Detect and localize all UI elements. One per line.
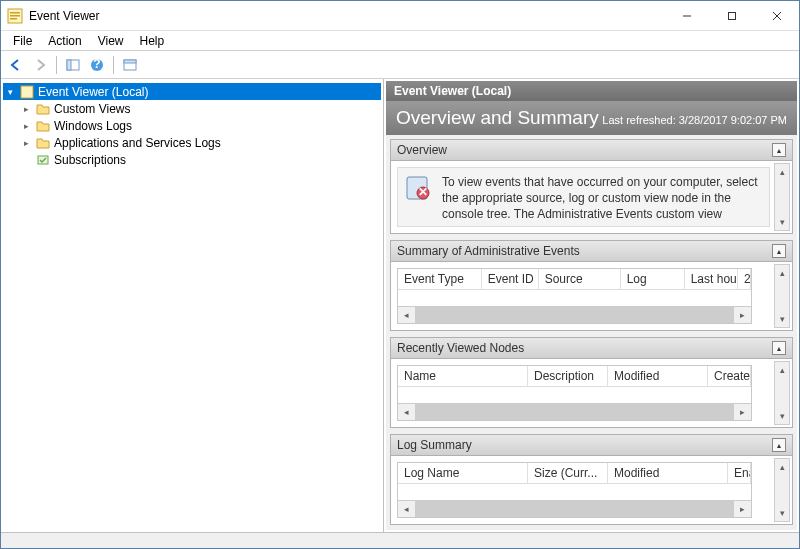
scroll-up-icon[interactable]: ▴	[775, 265, 789, 281]
table-row[interactable]	[398, 387, 751, 403]
horizontal-scrollbar[interactable]: ◂▸	[398, 500, 751, 517]
details-pane: Event Viewer (Local) Overview and Summar…	[384, 79, 799, 532]
folder-filter-icon	[35, 101, 51, 117]
collapse-icon[interactable]: ▴	[772, 341, 786, 355]
section-logsummary: Log Summary ▴ Log Name Size (Curr... Mod…	[390, 434, 793, 525]
horizontal-scrollbar[interactable]: ◂▸	[398, 306, 751, 323]
scroll-down-icon[interactable]: ▾	[775, 214, 789, 230]
tree-item-label: Custom Views	[54, 102, 130, 116]
content-area[interactable]: Overview ▴ ✕ To view events that have oc…	[386, 135, 797, 530]
maximize-button[interactable]	[709, 1, 754, 30]
forward-button[interactable]	[29, 54, 51, 76]
toolbar: ?	[1, 51, 799, 79]
tree-item-subscriptions[interactable]: Subscriptions	[3, 151, 381, 168]
vertical-scrollbar[interactable]: ▴▾	[774, 163, 790, 231]
scroll-up-icon[interactable]: ▴	[775, 164, 789, 180]
col-source[interactable]: Source	[539, 269, 621, 289]
tree-item-windows-logs[interactable]: ▸ Windows Logs	[3, 117, 381, 134]
overview-text: To view events that have occurred on you…	[442, 174, 763, 220]
menu-file[interactable]: File	[5, 32, 40, 50]
horizontal-scrollbar[interactable]: ◂▸	[398, 403, 751, 420]
collapse-icon[interactable]: ▴	[772, 244, 786, 258]
col-size[interactable]: Size (Curr...	[528, 463, 608, 483]
svg-rect-14	[21, 86, 33, 98]
recent-table[interactable]: Name Description Modified Created ◂▸	[397, 365, 752, 421]
table-row[interactable]	[398, 484, 751, 500]
menu-help[interactable]: Help	[132, 32, 173, 50]
toolbar-separator	[113, 56, 114, 74]
section-header-logsummary[interactable]: Log Summary ▴	[391, 435, 792, 456]
overview-header: Overview and Summary Last refreshed: 3/2…	[386, 101, 797, 135]
table-header: Event Type Event ID Source Log Last hour…	[398, 269, 751, 290]
properties-button[interactable]	[119, 54, 141, 76]
svg-text:✕: ✕	[418, 185, 428, 199]
col-created[interactable]: Created	[708, 366, 751, 386]
menu-view[interactable]: View	[90, 32, 132, 50]
collapse-icon[interactable]: ▾	[5, 86, 16, 97]
table-row[interactable]	[398, 290, 751, 306]
expand-icon[interactable]: ▸	[21, 137, 32, 148]
window-title: Event Viewer	[29, 9, 664, 23]
tree-item-label: Subscriptions	[54, 153, 126, 167]
tree-item-app-services-logs[interactable]: ▸ Applications and Services Logs	[3, 134, 381, 151]
minimize-button[interactable]	[664, 1, 709, 30]
scroll-right-icon[interactable]: ▸	[734, 404, 751, 420]
tree-root-label: Event Viewer (Local)	[38, 85, 149, 99]
col-name[interactable]: Name	[398, 366, 528, 386]
scroll-left-icon[interactable]: ◂	[398, 307, 415, 323]
back-button[interactable]	[5, 54, 27, 76]
menu-bar: File Action View Help	[1, 31, 799, 51]
col-more[interactable]: 2	[738, 269, 751, 289]
svg-text:?: ?	[93, 58, 100, 71]
svg-rect-9	[67, 60, 71, 70]
tree-root[interactable]: ▾ Event Viewer (Local)	[3, 83, 381, 100]
vertical-scrollbar[interactable]: ▴▾	[774, 361, 790, 425]
scroll-right-icon[interactable]: ▸	[734, 307, 751, 323]
section-header-overview[interactable]: Overview ▴	[391, 140, 792, 161]
vertical-scrollbar[interactable]: ▴▾	[774, 264, 790, 328]
expand-icon[interactable]: ▸	[21, 120, 32, 131]
section-overview: Overview ▴ ✕ To view events that have oc…	[390, 139, 793, 234]
scroll-left-icon[interactable]: ◂	[398, 404, 415, 420]
col-last-hour[interactable]: Last hour	[685, 269, 738, 289]
menu-action[interactable]: Action	[40, 32, 89, 50]
table-header: Log Name Size (Curr... Modified Enabled	[398, 463, 751, 484]
scroll-down-icon[interactable]: ▾	[775, 505, 789, 521]
scroll-up-icon[interactable]: ▴	[775, 459, 789, 475]
section-summary: Summary of Administrative Events ▴ Event…	[390, 240, 793, 331]
col-log[interactable]: Log	[621, 269, 685, 289]
col-modified[interactable]: Modified	[608, 366, 708, 386]
col-event-type[interactable]: Event Type	[398, 269, 482, 289]
folder-icon	[35, 135, 51, 151]
logsummary-table[interactable]: Log Name Size (Curr... Modified Enabled …	[397, 462, 752, 518]
scroll-up-icon[interactable]: ▴	[775, 362, 789, 378]
collapse-icon[interactable]: ▴	[772, 438, 786, 452]
status-bar	[1, 532, 799, 548]
expand-icon[interactable]: ▸	[21, 103, 32, 114]
col-modified[interactable]: Modified	[608, 463, 728, 483]
section-header-summary[interactable]: Summary of Administrative Events ▴	[391, 241, 792, 262]
scroll-down-icon[interactable]: ▾	[775, 311, 789, 327]
section-header-recent[interactable]: Recently Viewed Nodes ▴	[391, 338, 792, 359]
close-button[interactable]	[754, 1, 799, 30]
col-event-id[interactable]: Event ID	[482, 269, 539, 289]
vertical-scrollbar[interactable]: ▴▾	[774, 458, 790, 522]
scroll-left-icon[interactable]: ◂	[398, 501, 415, 517]
col-enabled[interactable]: Enabled	[728, 463, 751, 483]
section-title: Log Summary	[397, 438, 472, 452]
col-description[interactable]: Description	[528, 366, 608, 386]
collapse-icon[interactable]: ▴	[772, 143, 786, 157]
expand-spacer	[21, 154, 32, 165]
scroll-right-icon[interactable]: ▸	[734, 501, 751, 517]
scroll-down-icon[interactable]: ▾	[775, 408, 789, 424]
tree-item-custom-views[interactable]: ▸ Custom Views	[3, 100, 381, 117]
section-title: Recently Viewed Nodes	[397, 341, 524, 355]
panel-header: Event Viewer (Local)	[386, 81, 797, 101]
show-hide-tree-button[interactable]	[62, 54, 84, 76]
toolbar-separator	[56, 56, 57, 74]
summary-table[interactable]: Event Type Event ID Source Log Last hour…	[397, 268, 752, 324]
col-log-name[interactable]: Log Name	[398, 463, 528, 483]
section-title: Summary of Administrative Events	[397, 244, 580, 258]
help-button[interactable]: ?	[86, 54, 108, 76]
console-tree[interactable]: ▾ Event Viewer (Local) ▸ Custom Views ▸ …	[1, 79, 384, 532]
